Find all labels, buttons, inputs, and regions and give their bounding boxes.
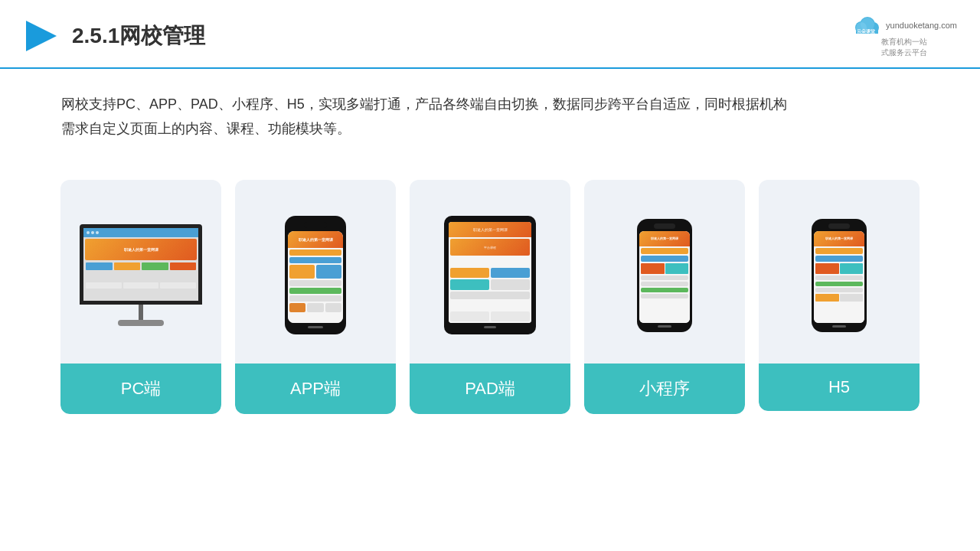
page-header: 2.5.1网校管理 云朵课堂 yunduoketang.com 教育机构一站式服… xyxy=(0,0,980,69)
tablet-mockup: 职途人的第一堂网课 平台课程 xyxy=(444,216,536,334)
card-pc-image: 职途人的第一堂网课 xyxy=(60,180,221,364)
logo-cloud: 云朵课堂 yunduoketang.com xyxy=(851,14,957,37)
page-title: 2.5.1网校管理 xyxy=(72,21,205,51)
mini-phone-mockup: 职途人的第一堂网课 xyxy=(637,219,692,332)
svg-text:云朵课堂: 云朵课堂 xyxy=(857,28,876,34)
description-line2: 需求自定义页面上的内容、课程、功能模块等。 xyxy=(61,116,919,141)
card-mini-label: 小程序 xyxy=(584,364,745,414)
h5-notch xyxy=(828,223,850,229)
card-h5: 职途人的第一堂网课 xyxy=(759,180,920,411)
card-pad: 职途人的第一堂网课 平台课程 xyxy=(410,180,570,414)
logo-url: yunduoketang.com xyxy=(886,21,957,30)
header-left: 2.5.1网校管理 xyxy=(23,18,205,54)
cloud-icon: 云朵课堂 xyxy=(851,14,881,37)
card-pad-label: PAD端 xyxy=(410,364,570,414)
mini-screen: 职途人的第一堂网课 xyxy=(639,231,690,323)
logo-area: 云朵课堂 yunduoketang.com 教育机构一站式服务云平台 xyxy=(851,14,957,58)
card-app-image: 职途人的第一堂网课 xyxy=(235,180,396,364)
monitor-mockup: 职途人的第一堂网课 xyxy=(80,224,202,326)
card-mini: 职途人的第一堂网课 xyxy=(584,180,745,414)
card-pad-image: 职途人的第一堂网课 平台课程 xyxy=(410,180,570,364)
phone-mockup-app: 职途人的第一堂网课 xyxy=(285,216,346,334)
logo-subtitle: 教育机构一站式服务云平台 xyxy=(881,37,927,58)
h5-screen: 职途人的第一堂网课 xyxy=(814,231,864,323)
svg-marker-0 xyxy=(26,21,57,51)
phone-notch xyxy=(304,222,327,228)
card-h5-image: 职途人的第一堂网课 xyxy=(759,180,920,364)
description-text: 网校支持PC、APP、PAD、小程序、H5，实现多端打通，产品各终端自由切换，数… xyxy=(0,69,980,149)
card-app-label: APP端 xyxy=(235,364,396,414)
card-app: 职途人的第一堂网课 xyxy=(235,180,396,414)
card-pc: 职途人的第一堂网课 xyxy=(60,180,221,414)
logo-text-block: yunduoketang.com xyxy=(886,21,957,30)
card-h5-label: H5 xyxy=(759,364,920,411)
card-pc-label: PC端 xyxy=(60,364,221,414)
play-icon xyxy=(23,18,60,54)
card-mini-image: 职途人的第一堂网课 xyxy=(584,180,745,364)
tablet-screen: 职途人的第一堂网课 平台课程 xyxy=(449,222,531,323)
cards-container: 职途人的第一堂网课 xyxy=(0,157,980,414)
mini-notch xyxy=(654,223,675,229)
h5-phone-mockup: 职途人的第一堂网课 xyxy=(812,219,867,332)
phone-screen: 职途人的第一堂网课 xyxy=(288,231,343,323)
monitor-screen: 职途人的第一堂网课 xyxy=(80,224,202,305)
description-line1: 网校支持PC、APP、PAD、小程序、H5，实现多端打通，产品各终端自由切换，数… xyxy=(61,92,919,116)
